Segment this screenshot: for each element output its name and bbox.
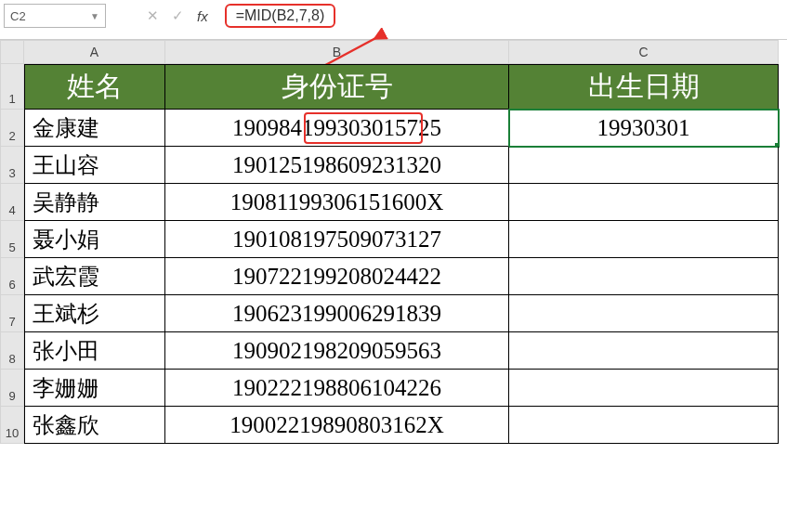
cell-c6[interactable] <box>509 258 779 295</box>
cell-a9[interactable]: 李姗姗 <box>24 370 165 407</box>
row-header-10[interactable]: 10 <box>0 407 24 444</box>
grid: A B C 姓名 身份证号 出生日期 金康建 19098419930301572… <box>24 40 787 444</box>
row-header-8[interactable]: 8 <box>0 332 24 370</box>
table-row: 张鑫欣 19002219890803162X <box>24 407 787 444</box>
cell-b2[interactable]: 190984199303015725 <box>165 110 509 147</box>
cell-c2-value: 19930301 <box>597 115 690 141</box>
col-header-c[interactable]: C <box>509 40 779 64</box>
formula-text: =MID(B2,7,8) <box>236 7 325 23</box>
cell-b3[interactable]: 190125198609231320 <box>165 147 509 184</box>
cell-b7[interactable]: 190623199006291839 <box>165 295 509 332</box>
col-header-b[interactable]: B <box>165 40 509 64</box>
cell-b8[interactable]: 190902198209059563 <box>165 332 509 370</box>
row-header-4[interactable]: 4 <box>0 184 24 221</box>
cell-b2-value: 190984199303015725 <box>232 115 441 141</box>
name-box[interactable]: C2 ▼ <box>4 4 106 28</box>
formula-input[interactable]: =MID(B2,7,8) <box>225 4 336 28</box>
cell-c4[interactable] <box>509 184 779 221</box>
cell-c8[interactable] <box>509 332 779 370</box>
cell-a6[interactable]: 武宏霞 <box>24 258 165 295</box>
table-row: 李姗姗 190222198806104226 <box>24 370 787 407</box>
table-row: 金康建 190984199303015725 19930301 <box>24 110 787 147</box>
row-header-9[interactable]: 9 <box>0 370 24 407</box>
column-headers: A B C <box>24 40 787 64</box>
table-row: 吴静静 19081199306151600X <box>24 184 787 221</box>
cell-a1[interactable]: 姓名 <box>24 64 165 110</box>
cell-a10[interactable]: 张鑫欣 <box>24 407 165 444</box>
row-header-3[interactable]: 3 <box>0 147 24 184</box>
cell-c7[interactable] <box>509 295 779 332</box>
table-row: 聂小娟 190108197509073127 <box>24 221 787 258</box>
formula-bar-icons: ✕ ✓ fx <box>147 7 208 24</box>
row-header-6[interactable]: 6 <box>0 258 24 295</box>
cell-a7[interactable]: 王斌杉 <box>24 295 165 332</box>
row-header-2[interactable]: 2 <box>0 110 24 147</box>
name-box-dropdown-icon[interactable]: ▼ <box>90 11 99 21</box>
table-row: 张小田 190902198209059563 <box>24 332 787 370</box>
cell-c3[interactable] <box>509 147 779 184</box>
cell-b5[interactable]: 190108197509073127 <box>165 221 509 258</box>
cell-a5[interactable]: 聂小娟 <box>24 221 165 258</box>
cancel-icon[interactable]: ✕ <box>147 7 159 24</box>
fx-icon[interactable]: fx <box>197 8 208 24</box>
cell-c5[interactable] <box>509 221 779 258</box>
cell-a4[interactable]: 吴静静 <box>24 184 165 221</box>
table-row: 王斌杉 190623199006291839 <box>24 295 787 332</box>
cell-a2[interactable]: 金康建 <box>24 110 165 147</box>
col-header-a[interactable]: A <box>24 40 165 64</box>
row-header-7[interactable]: 7 <box>0 295 24 332</box>
cell-c1[interactable]: 出生日期 <box>509 64 779 110</box>
cell-a8[interactable]: 张小田 <box>24 332 165 370</box>
cell-b10[interactable]: 19002219890803162X <box>165 407 509 444</box>
name-box-value: C2 <box>10 9 26 23</box>
table-row: 姓名 身份证号 出生日期 <box>24 64 787 110</box>
row-header-1[interactable]: 1 <box>0 64 24 110</box>
cell-c2[interactable]: 19930301 <box>509 110 779 147</box>
select-all-corner[interactable] <box>0 40 24 64</box>
accept-icon[interactable]: ✓ <box>172 7 184 24</box>
row-header-5[interactable]: 5 <box>0 221 24 258</box>
table-row: 王山容 190125198609231320 <box>24 147 787 184</box>
table-row: 武宏霞 190722199208024422 <box>24 258 787 295</box>
cell-b4[interactable]: 19081199306151600X <box>165 184 509 221</box>
spreadsheet: 1 2 3 4 5 6 7 8 9 10 A B C 姓名 身份证号 出生日期 … <box>0 40 787 444</box>
formula-bar: C2 ▼ ✕ ✓ fx =MID(B2,7,8) <box>0 0 787 40</box>
row-headers: 1 2 3 4 5 6 7 8 9 10 <box>0 40 24 444</box>
cell-c10[interactable] <box>509 407 779 444</box>
cell-b9[interactable]: 190222198806104226 <box>165 370 509 407</box>
cell-a3[interactable]: 王山容 <box>24 147 165 184</box>
cell-b6[interactable]: 190722199208024422 <box>165 258 509 295</box>
cell-b1[interactable]: 身份证号 <box>165 64 509 110</box>
cell-c9[interactable] <box>509 370 779 407</box>
